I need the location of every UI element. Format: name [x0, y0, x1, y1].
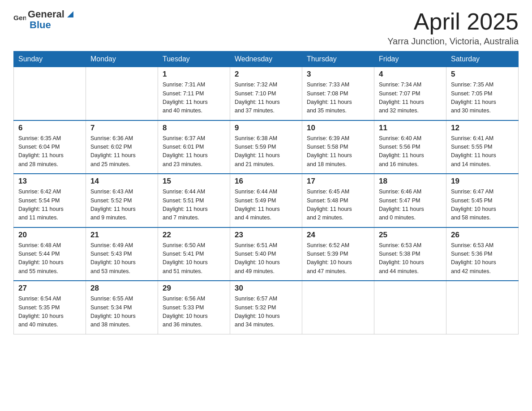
day-number: 21	[90, 231, 153, 240]
day-number: 14	[90, 177, 153, 186]
day-info: Sunrise: 6:55 AM Sunset: 5:34 PM Dayligh…	[90, 295, 153, 330]
day-info: Sunrise: 6:53 AM Sunset: 5:36 PM Dayligh…	[451, 241, 514, 276]
calendar-day-cell: 21Sunrise: 6:49 AM Sunset: 5:43 PM Dayli…	[86, 227, 158, 281]
day-number: 29	[163, 284, 225, 293]
svg-text:General: General	[13, 14, 26, 22]
calendar-location: Yarra Junction, Victoria, Australia	[387, 36, 519, 47]
title-block: April 2025 Yarra Junction, Victoria, Aus…	[387, 9, 519, 47]
day-info: Sunrise: 6:56 AM Sunset: 5:33 PM Dayligh…	[163, 295, 225, 330]
calendar-day-cell: 8Sunrise: 6:37 AM Sunset: 6:01 PM Daylig…	[158, 120, 230, 174]
day-info: Sunrise: 6:45 AM Sunset: 5:48 PM Dayligh…	[307, 188, 369, 223]
calendar-day-cell: 22Sunrise: 6:50 AM Sunset: 5:41 PM Dayli…	[158, 227, 230, 281]
day-number: 16	[235, 177, 297, 186]
calendar-title: April 2025	[387, 9, 519, 34]
day-info: Sunrise: 6:48 AM Sunset: 5:44 PM Dayligh…	[18, 241, 81, 276]
logo: General General Blue	[13, 9, 75, 30]
day-info: Sunrise: 6:54 AM Sunset: 5:35 PM Dayligh…	[18, 295, 81, 330]
day-info: Sunrise: 6:35 AM Sunset: 6:04 PM Dayligh…	[18, 134, 81, 169]
day-info: Sunrise: 6:50 AM Sunset: 5:41 PM Dayligh…	[163, 241, 225, 276]
calendar-day-cell	[302, 281, 374, 334]
day-number: 23	[235, 231, 297, 240]
day-number: 18	[379, 177, 442, 186]
weekday-header-thursday: Thursday	[302, 51, 374, 67]
day-info: Sunrise: 6:47 AM Sunset: 5:45 PM Dayligh…	[451, 188, 514, 223]
day-info: Sunrise: 6:49 AM Sunset: 5:43 PM Dayligh…	[90, 241, 153, 276]
calendar-day-cell: 4Sunrise: 7:34 AM Sunset: 7:07 PM Daylig…	[374, 67, 446, 120]
calendar-day-cell: 29Sunrise: 6:56 AM Sunset: 5:33 PM Dayli…	[158, 281, 230, 334]
logo-general-text: General	[28, 9, 64, 20]
day-info: Sunrise: 6:57 AM Sunset: 5:32 PM Dayligh…	[235, 295, 297, 330]
day-info: Sunrise: 6:53 AM Sunset: 5:38 PM Dayligh…	[379, 241, 442, 276]
day-info: Sunrise: 6:52 AM Sunset: 5:39 PM Dayligh…	[307, 241, 369, 276]
day-info: Sunrise: 7:32 AM Sunset: 7:10 PM Dayligh…	[235, 81, 297, 116]
weekday-header-monday: Monday	[86, 51, 158, 67]
day-info: Sunrise: 7:31 AM Sunset: 7:11 PM Dayligh…	[163, 81, 225, 116]
svg-marker-1	[67, 11, 73, 17]
day-info: Sunrise: 6:42 AM Sunset: 5:54 PM Dayligh…	[18, 188, 81, 223]
calendar-week-row: 1Sunrise: 7:31 AM Sunset: 7:11 PM Daylig…	[14, 67, 519, 120]
calendar-day-cell: 28Sunrise: 6:55 AM Sunset: 5:34 PM Dayli…	[86, 281, 158, 334]
calendar-week-row: 6Sunrise: 6:35 AM Sunset: 6:04 PM Daylig…	[14, 120, 519, 174]
day-number: 27	[18, 284, 81, 293]
calendar-week-row: 13Sunrise: 6:42 AM Sunset: 5:54 PM Dayli…	[14, 174, 519, 227]
calendar-day-cell	[86, 67, 158, 120]
calendar-day-cell: 14Sunrise: 6:43 AM Sunset: 5:52 PM Dayli…	[86, 174, 158, 227]
calendar-table: SundayMondayTuesdayWednesdayThursdayFrid…	[13, 51, 519, 334]
day-number: 2	[235, 70, 297, 79]
calendar-day-cell	[374, 281, 446, 334]
day-number: 7	[90, 124, 153, 133]
day-info: Sunrise: 6:40 AM Sunset: 5:56 PM Dayligh…	[379, 134, 442, 169]
calendar-day-cell: 9Sunrise: 6:38 AM Sunset: 5:59 PM Daylig…	[230, 120, 302, 174]
calendar-day-cell: 11Sunrise: 6:40 AM Sunset: 5:56 PM Dayli…	[374, 120, 446, 174]
logo-blue-text: Blue	[30, 20, 75, 30]
day-number: 28	[90, 284, 153, 293]
day-number: 10	[307, 124, 369, 133]
day-number: 12	[451, 124, 514, 133]
day-info: Sunrise: 6:46 AM Sunset: 5:47 PM Dayligh…	[379, 188, 442, 223]
day-number: 11	[379, 124, 442, 133]
calendar-day-cell: 13Sunrise: 6:42 AM Sunset: 5:54 PM Dayli…	[14, 174, 86, 227]
day-number: 30	[235, 284, 297, 293]
calendar-day-cell: 17Sunrise: 6:45 AM Sunset: 5:48 PM Dayli…	[302, 174, 374, 227]
calendar-day-cell: 3Sunrise: 7:33 AM Sunset: 7:08 PM Daylig…	[302, 67, 374, 120]
day-number: 19	[451, 177, 514, 186]
day-info: Sunrise: 6:43 AM Sunset: 5:52 PM Dayligh…	[90, 188, 153, 223]
calendar-day-cell: 5Sunrise: 7:35 AM Sunset: 7:05 PM Daylig…	[446, 67, 519, 120]
weekday-header-row: SundayMondayTuesdayWednesdayThursdayFrid…	[14, 51, 519, 67]
page-header: General General Blue April 2025 Yarra Ju…	[13, 9, 519, 47]
day-number: 25	[379, 231, 442, 240]
day-info: Sunrise: 6:37 AM Sunset: 6:01 PM Dayligh…	[163, 134, 225, 169]
calendar-week-row: 20Sunrise: 6:48 AM Sunset: 5:44 PM Dayli…	[14, 227, 519, 281]
day-number: 1	[163, 70, 225, 79]
day-info: Sunrise: 7:35 AM Sunset: 7:05 PM Dayligh…	[451, 81, 514, 116]
day-info: Sunrise: 6:39 AM Sunset: 5:58 PM Dayligh…	[307, 134, 369, 169]
calendar-day-cell: 20Sunrise: 6:48 AM Sunset: 5:44 PM Dayli…	[14, 227, 86, 281]
day-info: Sunrise: 6:36 AM Sunset: 6:02 PM Dayligh…	[90, 134, 153, 169]
day-number: 4	[379, 70, 442, 79]
day-number: 5	[451, 70, 514, 79]
calendar-day-cell: 15Sunrise: 6:44 AM Sunset: 5:51 PM Dayli…	[158, 174, 230, 227]
day-number: 24	[307, 231, 369, 240]
day-number: 3	[307, 70, 369, 79]
day-info: Sunrise: 7:33 AM Sunset: 7:08 PM Dayligh…	[307, 81, 369, 116]
calendar-day-cell: 27Sunrise: 6:54 AM Sunset: 5:35 PM Dayli…	[14, 281, 86, 334]
logo-icon: General	[13, 13, 26, 26]
calendar-day-cell: 1Sunrise: 7:31 AM Sunset: 7:11 PM Daylig…	[158, 67, 230, 120]
day-number: 13	[18, 177, 81, 186]
day-info: Sunrise: 6:44 AM Sunset: 5:49 PM Dayligh…	[235, 188, 297, 223]
day-number: 20	[18, 231, 81, 240]
calendar-day-cell: 6Sunrise: 6:35 AM Sunset: 6:04 PM Daylig…	[14, 120, 86, 174]
day-number: 17	[307, 177, 369, 186]
day-info: Sunrise: 6:38 AM Sunset: 5:59 PM Dayligh…	[235, 134, 297, 169]
day-number: 15	[163, 177, 225, 186]
day-info: Sunrise: 6:44 AM Sunset: 5:51 PM Dayligh…	[163, 188, 225, 223]
calendar-day-cell	[446, 281, 519, 334]
weekday-header-wednesday: Wednesday	[230, 51, 302, 67]
calendar-day-cell: 10Sunrise: 6:39 AM Sunset: 5:58 PM Dayli…	[302, 120, 374, 174]
calendar-day-cell: 26Sunrise: 6:53 AM Sunset: 5:36 PM Dayli…	[446, 227, 519, 281]
weekday-header-sunday: Sunday	[14, 51, 86, 67]
day-number: 6	[18, 124, 81, 133]
calendar-day-cell: 30Sunrise: 6:57 AM Sunset: 5:32 PM Dayli…	[230, 281, 302, 334]
calendar-body: 1Sunrise: 7:31 AM Sunset: 7:11 PM Daylig…	[14, 67, 519, 334]
calendar-day-cell	[14, 67, 86, 120]
